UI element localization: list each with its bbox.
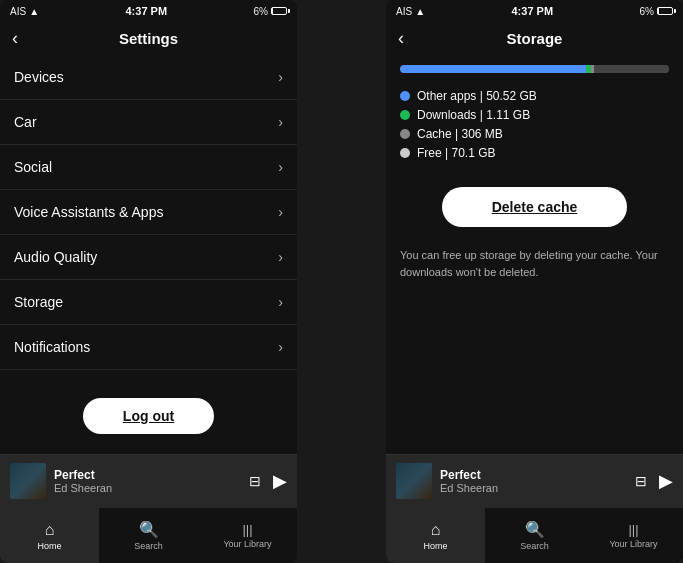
- storage-header: ‹ Storage: [386, 22, 683, 55]
- dot-other-apps: [400, 91, 410, 101]
- battery-icon-left: [271, 7, 287, 15]
- logout-button[interactable]: Log out: [83, 398, 214, 434]
- storage-bar: [400, 65, 669, 73]
- delete-cache-container: Delete cache: [386, 173, 683, 241]
- settings-item-voice[interactable]: Voice Assistants & Apps ›: [0, 190, 297, 235]
- bottom-nav-right: ⌂ Home 🔍 Search ||| Your Library: [386, 507, 683, 563]
- settings-panel: AIS ▲ 4:37 PM 6% ‹ Settings Devices › Ca…: [0, 0, 297, 563]
- status-left-right: AIS ▲: [396, 6, 425, 17]
- chevron-social: ›: [278, 159, 283, 175]
- label-free: Free | 70.1 GB: [417, 146, 496, 160]
- nav-library-right[interactable]: ||| Your Library: [584, 508, 683, 563]
- settings-header: ‹ Settings: [0, 22, 297, 55]
- bottom-nav-left: ⌂ Home 🔍 Search ||| Your Library: [0, 507, 297, 563]
- chevron-audio: ›: [278, 249, 283, 265]
- status-time-left: 4:37 PM: [126, 5, 168, 17]
- legend-downloads: Downloads | 1.11 GB: [400, 108, 669, 122]
- storage-label: Storage: [14, 294, 63, 310]
- back-button-right[interactable]: ‹: [398, 28, 404, 49]
- audio-label: Audio Quality: [14, 249, 97, 265]
- wifi-icon-right: ▲: [415, 6, 425, 17]
- now-playing-info-left: Perfect Ed Sheeran: [10, 463, 112, 499]
- status-right-right: 6%: [640, 6, 673, 17]
- dot-cache: [400, 129, 410, 139]
- dot-free: [400, 148, 410, 158]
- legend-free: Free | 70.1 GB: [400, 146, 669, 160]
- label-downloads: Downloads | 1.11 GB: [417, 108, 530, 122]
- search-icon-right: 🔍: [525, 520, 545, 539]
- storage-title: Storage: [507, 30, 563, 47]
- track-info-left: Perfect Ed Sheeran: [54, 468, 112, 494]
- settings-item-storage[interactable]: Storage ›: [0, 280, 297, 325]
- status-bar-left: AIS ▲ 4:37 PM 6%: [0, 0, 297, 22]
- devices-label: Devices: [14, 69, 64, 85]
- chevron-notifications: ›: [278, 339, 283, 355]
- social-label: Social: [14, 159, 52, 175]
- car-label: Car: [14, 114, 37, 130]
- nav-library-left[interactable]: ||| Your Library: [198, 508, 297, 563]
- storage-panel: AIS ▲ 4:37 PM 6% ‹ Storage Other apps | …: [386, 0, 683, 563]
- settings-item-local-files[interactable]: Local Files ›: [0, 370, 297, 378]
- status-left: AIS ▲: [10, 6, 39, 17]
- logout-container: Log out: [0, 378, 297, 454]
- library-icon-right: |||: [628, 522, 638, 537]
- settings-item-audio[interactable]: Audio Quality ›: [0, 235, 297, 280]
- legend-cache: Cache | 306 MB: [400, 127, 669, 141]
- delete-cache-button[interactable]: Delete cache: [442, 187, 628, 227]
- storage-bar-other: [400, 65, 586, 73]
- settings-list: Devices › Car › Social › Voice Assistant…: [0, 55, 297, 378]
- settings-item-devices[interactable]: Devices ›: [0, 55, 297, 100]
- storage-spacer: [386, 286, 683, 454]
- status-right-left: 6%: [254, 6, 287, 17]
- track-artist-left: Ed Sheeran: [54, 482, 112, 494]
- notifications-label: Notifications: [14, 339, 90, 355]
- now-playing-controls-left: ⊟ ▶: [249, 470, 287, 492]
- library-label-right: Your Library: [609, 539, 657, 549]
- wifi-icon-left: ▲: [29, 6, 39, 17]
- album-art-left: [10, 463, 46, 499]
- carrier-right: AIS: [396, 6, 412, 17]
- play-button-right[interactable]: ▶: [659, 470, 673, 492]
- back-button-left[interactable]: ‹: [12, 28, 18, 49]
- nav-home-left[interactable]: ⌂ Home: [0, 508, 99, 563]
- home-label-left: Home: [37, 541, 61, 551]
- settings-item-social[interactable]: Social ›: [0, 145, 297, 190]
- settings-item-car[interactable]: Car ›: [0, 100, 297, 145]
- voice-label: Voice Assistants & Apps: [14, 204, 163, 220]
- cast-icon-right[interactable]: ⊟: [635, 473, 647, 489]
- now-playing-info-right: Perfect Ed Sheeran: [396, 463, 498, 499]
- storage-bar-free: [594, 65, 669, 73]
- label-cache: Cache | 306 MB: [417, 127, 503, 141]
- nav-search-right[interactable]: 🔍 Search: [485, 508, 584, 563]
- battery-pct-left: 6%: [254, 6, 268, 17]
- chevron-devices: ›: [278, 69, 283, 85]
- play-button-left[interactable]: ▶: [273, 470, 287, 492]
- library-label-left: Your Library: [223, 539, 271, 549]
- search-label-left: Search: [134, 541, 163, 551]
- nav-search-left[interactable]: 🔍 Search: [99, 508, 198, 563]
- label-other-apps: Other apps | 50.52 GB: [417, 89, 537, 103]
- now-playing-left[interactable]: Perfect Ed Sheeran ⊟ ▶: [0, 454, 297, 507]
- now-playing-right[interactable]: Perfect Ed Sheeran ⊟ ▶: [386, 454, 683, 507]
- settings-item-notifications[interactable]: Notifications ›: [0, 325, 297, 370]
- home-label-right: Home: [423, 541, 447, 551]
- chevron-car: ›: [278, 114, 283, 130]
- storage-bar-container: [386, 55, 683, 81]
- nav-home-right[interactable]: ⌂ Home: [386, 508, 485, 563]
- status-bar-right: AIS ▲ 4:37 PM 6%: [386, 0, 683, 22]
- dot-downloads: [400, 110, 410, 120]
- carrier-left: AIS: [10, 6, 26, 17]
- library-icon-left: |||: [242, 522, 252, 537]
- search-icon-left: 🔍: [139, 520, 159, 539]
- battery-icon-right: [657, 7, 673, 15]
- search-label-right: Search: [520, 541, 549, 551]
- status-time-right: 4:37 PM: [512, 5, 554, 17]
- now-playing-controls-right: ⊟ ▶: [635, 470, 673, 492]
- track-title-left: Perfect: [54, 468, 112, 482]
- cast-icon-left[interactable]: ⊟: [249, 473, 261, 489]
- home-icon-right: ⌂: [431, 521, 441, 539]
- legend-other-apps: Other apps | 50.52 GB: [400, 89, 669, 103]
- settings-title: Settings: [119, 30, 178, 47]
- album-art-right: [396, 463, 432, 499]
- track-info-right: Perfect Ed Sheeran: [440, 468, 498, 494]
